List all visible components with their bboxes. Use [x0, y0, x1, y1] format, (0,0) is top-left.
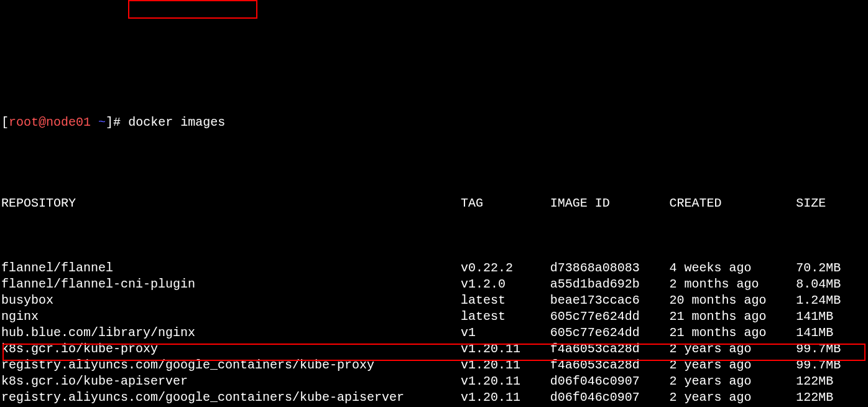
cell-image-id: 605c77e624dd [550, 309, 670, 325]
cell-created: 2 years ago [669, 390, 796, 406]
header-size: SIZE [796, 195, 868, 212]
cell-repository: k8s.gcr.io/kube-proxy [1, 341, 461, 357]
table-row: registry.aliyuncs.com/google_containers/… [1, 357, 868, 373]
prompt-close-bracket: ] [106, 115, 113, 131]
table-row: k8s.gcr.io/kube-proxyv1.20.11f4a6053ca28… [1, 341, 868, 357]
table-row: k8s.gcr.io/kube-apiserverv1.20.11d06f046… [1, 373, 868, 390]
header-tag: TAG [461, 195, 550, 212]
cell-created: 2 months ago [669, 276, 796, 292]
cell-image-id: f4a6053ca28d [550, 341, 670, 357]
cell-tag: v1.20.11 [461, 341, 550, 357]
cell-image-id: f4a6053ca28d [550, 357, 670, 373]
table-row: hub.blue.com/library/nginxv1605c77e624dd… [1, 325, 868, 341]
cell-size: 122MB [796, 373, 868, 390]
prompt-gap [121, 115, 128, 131]
cell-repository: registry.aliyuncs.com/google_containers/… [1, 357, 461, 373]
cell-repository: k8s.gcr.io/kube-apiserver [1, 373, 461, 390]
header-image-id: IMAGE ID [550, 195, 670, 212]
prompt-at: @ [39, 115, 46, 131]
cell-tag: latest [461, 309, 550, 325]
cell-image-id: beae173ccac6 [550, 292, 670, 309]
cell-size: 122MB [796, 390, 868, 406]
table-row: busyboxlatestbeae173ccac620 months ago1.… [1, 292, 868, 309]
cell-tag: v1.20.11 [461, 357, 550, 373]
cell-repository: hub.blue.com/library/nginx [1, 325, 461, 341]
prompt-hash: # [113, 115, 121, 131]
cell-repository: busybox [1, 292, 461, 309]
command-text: docker images [128, 115, 225, 131]
prompt-host: node01 [46, 115, 91, 131]
table-body: flannel/flannelv0.22.2d73868a080834 week… [1, 260, 868, 407]
prompt-line: [root@node01 ~]# docker images [1, 115, 868, 131]
cell-tag: v1.2.0 [461, 276, 550, 292]
cell-image-id: 605c77e624dd [550, 325, 670, 341]
cell-created: 2 years ago [669, 341, 796, 357]
table-row: flannel/flannelv0.22.2d73868a080834 week… [1, 260, 868, 276]
cell-size: 99.7MB [796, 341, 868, 357]
header-created: CREATED [669, 195, 796, 212]
cell-size: 99.7MB [796, 357, 868, 373]
cell-created: 2 years ago [669, 373, 796, 390]
terminal[interactable]: [root@node01 ~]# docker images REPOSITOR… [0, 0, 868, 407]
cell-image-id: a55d1bad692b [550, 276, 670, 292]
cell-size: 8.04MB [796, 276, 868, 292]
cell-tag: v1 [461, 325, 550, 341]
table-row: flannel/flannel-cni-pluginv1.2.0a55d1bad… [1, 276, 868, 292]
cell-created: 4 weeks ago [669, 260, 796, 276]
prompt-open-bracket: [ [1, 115, 9, 131]
table-row: nginxlatest605c77e624dd21 months ago141M… [1, 309, 868, 325]
cell-tag: latest [461, 292, 550, 309]
cell-tag: v1.20.11 [461, 373, 550, 390]
cell-tag: v1.20.11 [461, 390, 550, 406]
cell-repository: registry.aliyuncs.com/google_containers/… [1, 390, 461, 406]
table-header: REPOSITORY TAG IMAGE ID CREATED SIZE [1, 195, 868, 212]
cell-size: 141MB [796, 325, 868, 341]
prompt-user: root [9, 115, 39, 131]
cell-size: 141MB [796, 309, 868, 325]
highlight-box-command [128, 0, 257, 19]
cell-created: 2 years ago [669, 357, 796, 373]
cell-size: 1.24MB [796, 292, 868, 309]
cell-image-id: d06f046c0907 [550, 390, 670, 406]
cell-created: 21 months ago [669, 325, 796, 341]
cell-repository: flannel/flannel [1, 260, 461, 276]
prompt-space [91, 115, 98, 131]
cell-tag: v0.22.2 [461, 260, 550, 276]
cell-image-id: d73868a08083 [550, 260, 670, 276]
header-repository: REPOSITORY [1, 195, 461, 212]
table-row: registry.aliyuncs.com/google_containers/… [1, 390, 868, 406]
cell-image-id: d06f046c0907 [550, 373, 670, 390]
prompt-path: ~ [98, 115, 106, 131]
cell-repository: nginx [1, 309, 461, 325]
cell-created: 20 months ago [669, 292, 796, 309]
cell-created: 21 months ago [669, 309, 796, 325]
cell-repository: flannel/flannel-cni-plugin [1, 276, 461, 292]
cell-size: 70.2MB [796, 260, 868, 276]
